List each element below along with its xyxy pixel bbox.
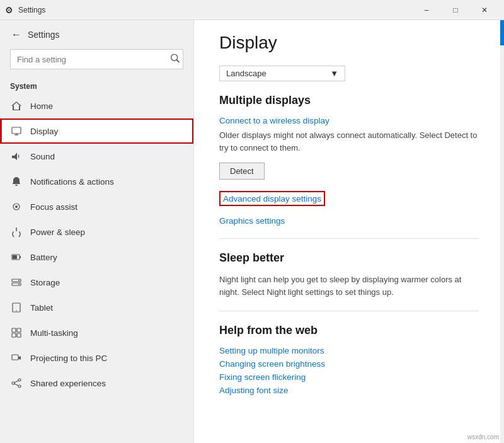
- svg-rect-18: [12, 355, 18, 360]
- sidebar-search-container: [10, 49, 183, 69]
- search-icon: [171, 54, 180, 63]
- svg-line-23: [14, 384, 18, 386]
- title-bar-left: ⚙ Settings: [5, 5, 45, 15]
- title-bar: ⚙ Settings – □ ✕: [0, 0, 504, 20]
- svg-point-4: [15, 205, 18, 208]
- svg-point-19: [18, 379, 21, 381]
- storage-icon: [10, 276, 23, 289]
- sidebar-label-battery: Battery: [30, 253, 57, 262]
- multiple-displays-title: Multiple displays: [219, 94, 479, 107]
- sound-icon: [10, 150, 23, 163]
- svg-point-20: [12, 382, 14, 384]
- svg-point-11: [18, 284, 20, 285]
- sidebar-nav-item-notifications[interactable]: Notifications & actions: [0, 169, 193, 194]
- sidebar-label-sound: Sound: [30, 152, 55, 161]
- help-link-monitors[interactable]: Setting up multiple monitors: [219, 346, 479, 355]
- svg-point-21: [18, 385, 21, 388]
- sidebar-nav-item-storage[interactable]: Storage: [0, 270, 193, 295]
- connect-wireless-link[interactable]: Connect to a wireless display: [219, 116, 479, 125]
- sidebar-label-storage: Storage: [30, 278, 60, 287]
- page-title: Display: [219, 33, 479, 53]
- sidebar-nav-item-shared[interactable]: Shared experiences: [0, 371, 193, 396]
- sidebar: ← Settings System Home Display: [0, 20, 194, 443]
- divider-1: [219, 238, 479, 239]
- graphics-settings-link[interactable]: Graphics settings: [219, 216, 479, 226]
- focus-icon: [10, 200, 23, 213]
- help-link-brightness[interactable]: Changing screen brightness: [219, 359, 479, 369]
- main-content: Display Landscape ▼ Multiple displays Co…: [194, 20, 504, 443]
- sidebar-label-projecting: Projecting to this PC: [30, 354, 107, 363]
- search-input[interactable]: [10, 49, 183, 69]
- title-bar-title: Settings: [18, 6, 45, 14]
- detect-button[interactable]: Detect: [219, 163, 265, 180]
- svg-rect-14: [12, 328, 16, 332]
- search-icon-button[interactable]: [171, 54, 180, 65]
- help-link-flickering[interactable]: Fixing screen flickering: [219, 372, 479, 382]
- sleep-better-description: Night light can help you get to sleep by…: [219, 273, 479, 298]
- scrollbar-thumb[interactable]: [500, 20, 504, 45]
- help-web-section: Help from the web Setting up multiple mo…: [219, 324, 479, 395]
- watermark: wsxdn.com: [467, 434, 499, 440]
- advanced-display-settings-link[interactable]: Advanced display settings: [223, 194, 321, 204]
- sidebar-nav-item-tablet[interactable]: Tablet: [0, 295, 193, 320]
- title-bar-controls: – □ ✕: [412, 0, 499, 20]
- back-button[interactable]: ←: [10, 28, 23, 42]
- chevron-down-icon: ▼: [330, 69, 338, 78]
- divider-2: [219, 311, 479, 311]
- sidebar-nav-item-battery[interactable]: Battery: [0, 245, 193, 270]
- sidebar-label-power: Power & sleep: [30, 227, 85, 237]
- orientation-dropdown-row: Landscape ▼: [219, 66, 479, 81]
- svg-rect-17: [17, 333, 21, 337]
- sidebar-nav-item-projecting[interactable]: Projecting to this PC: [0, 345, 193, 371]
- home-icon: [10, 100, 23, 112]
- svg-rect-0: [12, 127, 21, 134]
- sidebar-nav-item-power[interactable]: Power & sleep: [0, 219, 193, 245]
- orientation-dropdown[interactable]: Landscape ▼: [219, 66, 345, 81]
- power-icon: [10, 226, 23, 238]
- sidebar-nav-item-display[interactable]: Display: [0, 118, 193, 144]
- svg-rect-16: [12, 333, 16, 337]
- sidebar-nav-item-home[interactable]: Home: [0, 93, 193, 118]
- tablet-icon: [10, 301, 23, 314]
- help-link-font-size[interactable]: Adjusting font size: [219, 386, 479, 395]
- shared-icon: [10, 377, 23, 389]
- sidebar-label-focus: Focus assist: [30, 202, 77, 212]
- multitasking-icon: [10, 326, 23, 339]
- projecting-icon: [10, 352, 23, 364]
- sidebar-label-multitasking: Multi-tasking: [30, 328, 78, 338]
- sidebar-label-display: Display: [30, 127, 58, 136]
- svg-rect-7: [13, 255, 17, 259]
- svg-point-10: [18, 280, 20, 281]
- battery-icon: [10, 251, 23, 263]
- advanced-display-settings-highlight: Advanced display settings: [219, 191, 325, 206]
- sidebar-label-notifications: Notifications & actions: [30, 177, 114, 187]
- advanced-link-container: Advanced display settings: [219, 191, 479, 211]
- notifications-icon: [10, 175, 23, 188]
- sidebar-nav-item-sound[interactable]: Sound: [0, 144, 193, 169]
- help-web-title: Help from the web: [219, 324, 479, 337]
- maximize-button[interactable]: □: [441, 0, 470, 20]
- sidebar-section-title: System: [0, 77, 193, 93]
- minimize-button[interactable]: –: [412, 0, 441, 20]
- sidebar-label-tablet: Tablet: [30, 303, 53, 313]
- sidebar-app-title: Settings: [28, 30, 60, 40]
- app-body: ← Settings System Home Display: [0, 20, 504, 443]
- close-button[interactable]: ✕: [470, 0, 499, 20]
- sidebar-nav-item-focus[interactable]: Focus assist: [0, 194, 193, 219]
- svg-line-22: [14, 381, 18, 383]
- sidebar-nav-item-multitasking[interactable]: Multi-tasking: [0, 320, 193, 345]
- sleep-better-section: Sleep better Night light can help you ge…: [219, 251, 479, 298]
- sidebar-label-shared: Shared experiences: [30, 379, 106, 388]
- sleep-better-title: Sleep better: [219, 251, 479, 265]
- multiple-displays-description: Older displays might not always connect …: [219, 129, 479, 154]
- display-icon: [10, 125, 23, 137]
- sidebar-header: ← Settings: [0, 20, 193, 49]
- svg-point-13: [16, 310, 17, 311]
- window-icon: ⚙: [5, 5, 13, 15]
- orientation-value: Landscape: [226, 69, 266, 78]
- scrollbar-track: [500, 20, 504, 443]
- sidebar-label-home: Home: [30, 101, 53, 111]
- svg-rect-15: [17, 328, 21, 332]
- multiple-displays-section: Multiple displays Connect to a wireless …: [219, 94, 479, 226]
- svg-rect-6: [20, 256, 21, 258]
